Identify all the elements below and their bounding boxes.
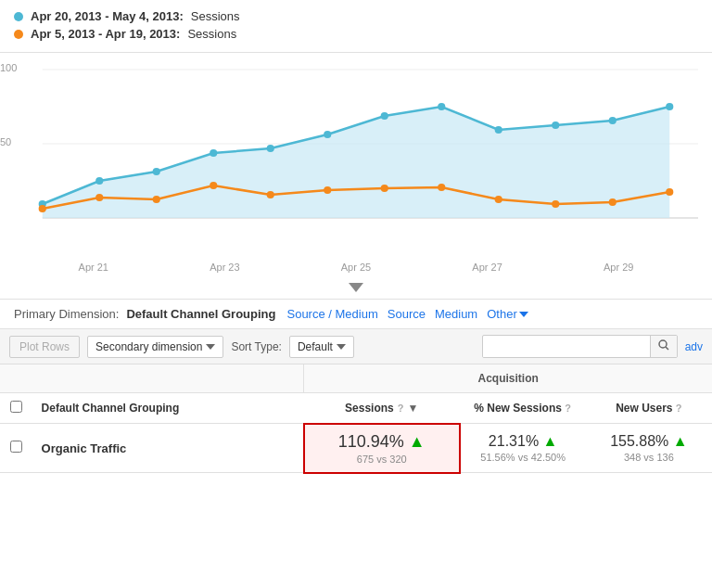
search-box[interactable] — [482, 335, 678, 358]
sort-chevron-icon — [337, 342, 346, 352]
svg-point-14 — [609, 117, 617, 124]
search-button[interactable] — [650, 336, 677, 357]
row-dimension-name: Organic Traffic — [32, 424, 304, 473]
dim-link-source-medium[interactable]: Source / Medium — [286, 307, 377, 321]
svg-point-9 — [324, 131, 331, 138]
plot-rows-button[interactable]: Plot Rows — [9, 336, 80, 358]
legend-metric-1: Sessions — [191, 9, 240, 23]
svg-point-13 — [552, 121, 559, 129]
svg-point-10 — [381, 112, 388, 120]
advanced-link[interactable]: adv — [685, 340, 703, 353]
new-sessions-vs-value: 51.56% vs 42.50% — [470, 452, 577, 463]
table-row: Organic Traffic 110.94% ▲ 675 vs 320 21.… — [0, 424, 712, 473]
default-channel-grouping-label: Default Channel Grouping — [42, 402, 180, 415]
svg-line-33 — [666, 347, 668, 350]
chart-legend: Apr 20, 2013 - May 4, 2013: Sessions Apr… — [0, 0, 712, 53]
sort-type-select[interactable]: Default — [289, 336, 354, 358]
search-icon — [658, 339, 669, 351]
sessions-vs-value: 675 vs 320 — [314, 454, 450, 465]
chart-area: 100 50 — [0, 53, 712, 257]
svg-marker-30 — [206, 344, 215, 350]
svg-point-24 — [495, 196, 502, 203]
dimension-column-header: Default Channel Grouping — [32, 393, 304, 424]
new-users-up-icon: ▲ — [673, 433, 688, 450]
sessions-pct-value: 110.94% — [338, 432, 404, 451]
dim-other-dropdown[interactable]: Other — [487, 307, 528, 321]
data-table: Acquisition Default Channel Grouping Ses… — [0, 364, 712, 474]
dim-link-source[interactable]: Source — [388, 307, 426, 321]
legend-dot-1 — [14, 12, 23, 21]
new-sessions-pct-value: 21.31% — [489, 433, 539, 449]
x-label-apr25: Apr 25 — [341, 262, 371, 273]
legend-item-1: Apr 20, 2013 - May 4, 2013: Sessions — [14, 9, 698, 23]
x-axis-labels: Apr 21 Apr 23 Apr 25 Apr 27 Apr 29 — [0, 257, 712, 277]
svg-marker-29 — [519, 312, 528, 317]
y-label-100: 100 — [0, 62, 17, 73]
scroll-indicator[interactable] — [0, 277, 712, 299]
search-input[interactable] — [483, 337, 650, 357]
legend-item-2: Apr 5, 2013 - Apr 19, 2013: Sessions — [14, 27, 698, 41]
svg-point-25 — [552, 200, 559, 208]
svg-point-7 — [210, 149, 217, 157]
sessions-up-icon: ▲ — [409, 432, 426, 452]
organic-traffic-label: Organic Traffic — [42, 441, 127, 455]
new-users-help-icon[interactable]: ? — [676, 403, 682, 414]
svg-point-21 — [324, 186, 331, 194]
svg-point-5 — [95, 177, 103, 185]
legend-date-2: Apr 5, 2013 - Apr 19, 2013: — [31, 27, 180, 41]
legend-metric-2: Sessions — [187, 27, 236, 41]
secondary-dimension-label: Secondary dimension — [95, 340, 202, 353]
svg-point-26 — [609, 198, 617, 206]
dim-link-medium[interactable]: Medium — [435, 307, 477, 321]
new-users-label: New Users — [616, 402, 672, 415]
new-users-pct-value: 155.88% — [610, 433, 668, 449]
sessions-cell: 110.94% ▲ 675 vs 320 — [304, 424, 460, 473]
sort-type-value: Default — [298, 340, 333, 353]
acquisition-header: Acquisition — [304, 364, 712, 393]
new-sessions-help-icon[interactable]: ? — [565, 403, 571, 414]
x-label-apr29: Apr 29 — [604, 262, 633, 273]
secondary-dimension-select[interactable]: Secondary dimension — [87, 336, 223, 358]
y-label-50: 50 — [0, 136, 11, 147]
svg-point-32 — [659, 340, 667, 348]
new-users-column-header: New Users ? — [586, 393, 712, 424]
dimension-header-cell — [32, 364, 304, 393]
primary-dimension-label: Primary Dimension: — [14, 307, 119, 321]
svg-point-16 — [39, 205, 46, 212]
svg-marker-31 — [337, 344, 346, 350]
legend-dot-2 — [14, 30, 23, 39]
svg-point-15 — [666, 103, 673, 110]
svg-marker-28 — [349, 283, 363, 292]
sessions-help-icon[interactable]: ? — [398, 403, 404, 414]
sessions-column-header[interactable]: Sessions ? ▼ — [304, 393, 460, 424]
svg-point-17 — [95, 194, 103, 201]
sessions-label: Sessions — [345, 402, 394, 415]
svg-point-23 — [438, 184, 445, 191]
x-label-apr23: Apr 23 — [210, 262, 239, 273]
x-label-apr21: Apr 21 — [79, 262, 108, 273]
svg-point-27 — [666, 188, 673, 196]
new-sessions-label: % New Sessions — [474, 402, 562, 415]
select-all-checkbox[interactable] — [10, 401, 22, 413]
new-users-vs-value: 348 vs 136 — [595, 452, 703, 463]
svg-point-11 — [438, 103, 445, 110]
new-sessions-up-icon: ▲ — [543, 433, 558, 450]
dim-other-label: Other — [487, 307, 517, 321]
sort-type-label: Sort Type: — [231, 340, 281, 353]
svg-point-20 — [267, 191, 274, 198]
new-sessions-column-header: % New Sessions ? — [460, 393, 586, 424]
primary-dimension-bar: Primary Dimension: Default Channel Group… — [0, 299, 712, 329]
scroll-down-icon — [349, 283, 363, 292]
svg-point-18 — [153, 196, 160, 203]
legend-date-1: Apr 20, 2013 - May 4, 2013: — [31, 9, 184, 23]
new-sessions-cell: 21.31% ▲ 51.56% vs 42.50% — [460, 424, 586, 473]
row-checkbox-cell[interactable] — [0, 424, 32, 473]
svg-point-6 — [153, 168, 160, 175]
svg-point-8 — [267, 145, 274, 152]
row-checkbox[interactable] — [10, 441, 22, 453]
sessions-sort-icon[interactable]: ▼ — [408, 402, 419, 415]
secondary-dim-chevron-icon — [206, 342, 215, 352]
x-label-apr27: Apr 27 — [472, 262, 502, 273]
select-all-checkbox-cell[interactable] — [0, 393, 32, 424]
checkbox-header-cell — [0, 364, 32, 393]
